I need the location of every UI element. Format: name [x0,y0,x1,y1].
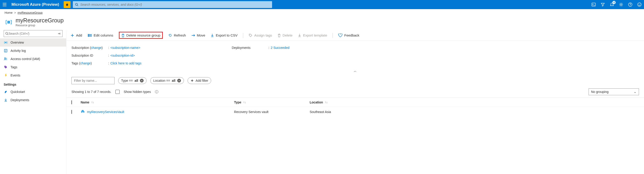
resource-name-link[interactable]: myRecoveryServicesVault [87,110,124,114]
sidebar-item-label: Events [10,74,20,77]
sidebar-item-access-control[interactable]: Access control (IAM) [0,55,66,63]
prop-subscription-value[interactable]: <subscription-name> [110,46,140,50]
svg-point-6 [630,5,630,6]
sidebar-item-quickstart[interactable]: Quickstart [0,88,66,96]
cloud-shell-icon[interactable] [589,0,598,9]
svg-rect-10 [7,21,10,23]
page-subtitle: Resource group [16,24,64,27]
collapse-sidebar-icon[interactable]: ≪ [58,32,61,35]
move-button[interactable]: Move [192,33,206,37]
refresh-icon [168,34,172,37]
preview-bug-icon[interactable] [64,1,70,8]
change-subscription-link[interactable]: change [91,46,102,50]
collapse-properties-icon[interactable]: ︽ [66,69,644,75]
prop-tags-value[interactable]: Click here to add tags [110,61,141,65]
sidebar-search-input[interactable] [8,32,56,35]
svg-point-4 [620,4,622,5]
svg-point-11 [6,32,8,34]
export-csv-button[interactable]: Export to CSV [211,33,238,37]
resource-type: Recovery Services vault [234,110,268,114]
refresh-button[interactable]: Refresh [168,33,186,37]
column-header-name[interactable]: Name ↑↓ [80,100,234,104]
notification-count-badge: 4 [612,1,616,4]
show-hidden-checkbox[interactable] [116,90,120,94]
change-tags-link[interactable]: change [80,61,91,65]
notifications-icon[interactable]: 4 [607,0,616,9]
delete-button[interactable]: Delete [278,33,292,37]
export-template-button[interactable]: Export template [298,33,327,37]
sidebar: ≪ Overview Activity log Access control (… [0,30,66,174]
svg-line-2 [78,5,78,6]
command-bar: Add Edit columns Delete resource group R… [66,30,644,41]
info-icon[interactable]: i [155,90,158,93]
sidebar-item-label: Tags [10,65,18,69]
location-filter-pill[interactable]: Location == all ✕ [150,77,184,84]
prop-subscription-id-label: Subscription ID [72,54,108,57]
feedback-smile-icon[interactable] [635,0,644,9]
sidebar-search[interactable]: ≪ [4,30,62,37]
help-icon[interactable] [626,0,635,9]
plus-icon [70,34,74,37]
svg-rect-3 [592,3,596,6]
svg-point-9 [640,4,640,4]
trash-icon [278,34,281,37]
svg-point-20 [5,66,5,67]
resource-group-icon [4,18,13,26]
download-icon [211,34,214,37]
sidebar-item-deployments[interactable]: Deployments [0,96,66,104]
search-icon [75,3,78,6]
page-title: myResourceGroup [16,17,64,24]
type-filter-pill[interactable]: Type == all ✕ [118,77,146,84]
global-search[interactable] [73,1,272,8]
clear-location-filter-icon[interactable]: ✕ [177,79,181,83]
sidebar-item-overview[interactable]: Overview [0,38,66,47]
filter-by-name-input[interactable] [72,77,114,84]
directory-filter-icon[interactable] [598,0,607,9]
page-header: myResourceGroup Resource group [0,16,644,30]
settings-icon[interactable] [616,0,626,9]
breadcrumb-home[interactable]: Home [4,11,12,14]
svg-point-19 [6,58,7,59]
column-header-type[interactable]: Type ↑↓ [234,100,310,104]
sidebar-section-settings: Settings [0,80,66,88]
sort-icon: ↑↓ [91,101,94,104]
svg-point-1 [76,3,78,5]
top-icon-bar: 4 [589,0,644,9]
feedback-button[interactable]: Feedback [338,33,359,37]
clear-type-filter-icon[interactable]: ✕ [140,79,144,83]
search-icon [5,32,8,35]
prop-deployments-label: Deployments [232,46,268,50]
sidebar-item-activity-log[interactable]: Activity log [0,47,66,55]
column-header-location[interactable]: Location ↑↓ [310,100,639,104]
row-checkbox[interactable] [72,110,72,114]
select-all-checkbox[interactable] [72,100,72,104]
events-icon [4,73,8,78]
global-search-input[interactable] [80,3,270,6]
svg-line-12 [8,34,8,35]
brand-title[interactable]: Microsoft Azure (Preview) [9,2,64,7]
edit-columns-button[interactable]: Edit columns [88,33,113,37]
tag-icon [249,34,252,37]
breadcrumb-current[interactable]: myResourceGroup [18,11,42,14]
resource-location: Southeast Asia [310,110,331,114]
sidebar-item-label: Quickstart [10,90,25,94]
add-button[interactable]: Add [70,33,82,37]
add-filter-button[interactable]: Add filter [188,77,211,84]
grouping-select[interactable]: No grouping ⌄ [588,88,639,95]
sidebar-item-tags[interactable]: Tags [0,63,66,71]
delete-resource-group-button[interactable]: Delete resource group [119,32,163,39]
svg-point-18 [4,58,6,59]
breadcrumb: Home > myResourceGroup [0,9,644,16]
prop-subscription-id-value[interactable]: <subscription-id> [110,54,135,57]
heart-icon [338,34,342,37]
assign-tags-button[interactable]: Assign tags [249,33,272,37]
prop-deployments-value[interactable]: 2 Succeeded [271,46,290,50]
svg-point-25 [250,34,250,35]
table-row[interactable]: myRecoveryServicesVault Recovery Service… [66,107,644,117]
recovery-vault-icon [80,110,85,114]
add-filter-icon [190,79,194,82]
sort-icon: ↑↓ [325,101,328,104]
hamburger-menu-icon[interactable] [0,0,9,9]
sidebar-item-events[interactable]: Events [0,71,66,80]
toolbar-divider [243,33,243,38]
